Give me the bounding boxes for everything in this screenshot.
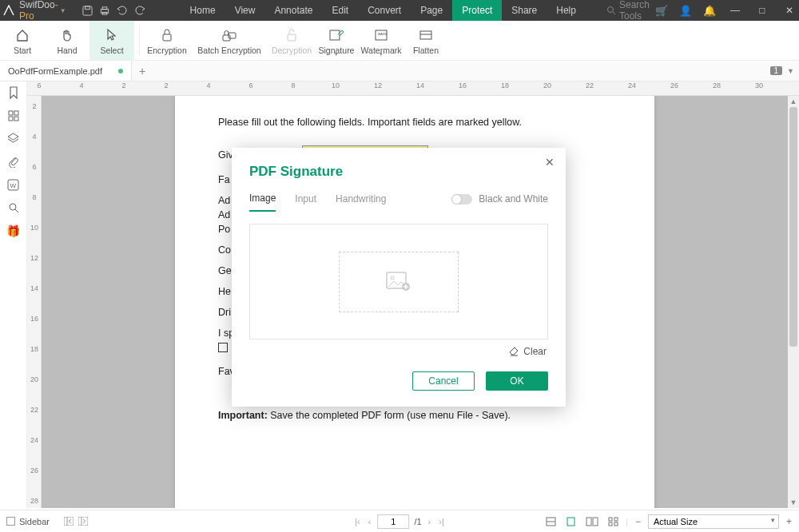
print-icon[interactable] (99, 6, 110, 16)
bell-icon[interactable]: 🔔 (698, 5, 721, 17)
menu-annotate[interactable]: Annotate (264, 0, 322, 21)
prev-page-button[interactable]: ‹ (367, 517, 373, 526)
tool-search[interactable]: Search Tools (606, 0, 650, 22)
scroll-thumb[interactable] (789, 107, 797, 347)
app-menu-chevron-icon[interactable]: ▼ (60, 7, 66, 14)
menu-convert[interactable]: Convert (358, 0, 411, 21)
undo-icon[interactable] (117, 6, 128, 15)
gift-icon[interactable]: 🎁 (6, 224, 20, 237)
svg-rect-3 (102, 6, 107, 9)
unsaved-indicator-icon (118, 69, 123, 73)
ribbon-start[interactable]: Start (0, 21, 45, 60)
svg-rect-1 (85, 6, 89, 9)
signature-canvas (249, 224, 548, 339)
window-maximize[interactable]: □ (749, 5, 776, 16)
tab-image[interactable]: Image (249, 186, 276, 212)
redo-icon[interactable] (134, 6, 145, 15)
ribbon-encryption-label: Encryption (147, 46, 187, 55)
form-intro-text: Please fill out the following fields. Im… (218, 117, 622, 128)
black-white-toggle[interactable] (451, 194, 472, 204)
ribbon-decryption[interactable]: Decryption (269, 21, 314, 60)
document-tab[interactable]: OoPdfFormExample.pdf (0, 61, 132, 81)
lock-icon (161, 26, 173, 44)
ribbon-decryption-label: Decryption (272, 46, 312, 55)
expand-right-icon[interactable] (78, 517, 88, 526)
zoom-out-button[interactable]: − (633, 516, 643, 527)
first-page-button[interactable]: |‹ (353, 517, 362, 526)
ribbon: Start Hand Select Encryption Batch Encry… (0, 21, 799, 61)
svg-rect-42 (614, 522, 618, 526)
zoom-in-button[interactable]: + (784, 516, 794, 527)
ribbon-flatten[interactable]: Flatten (403, 21, 448, 60)
hand-icon (60, 26, 74, 44)
ribbon-encryption[interactable]: Encryption (145, 21, 189, 60)
save-icon[interactable] (82, 6, 93, 16)
unlock-icon (285, 26, 298, 44)
batch-lock-icon (221, 26, 237, 44)
image-drop-zone[interactable] (339, 252, 459, 312)
attachments-icon[interactable] (8, 155, 19, 168)
ribbon-batch-encryption[interactable]: Batch Encryption (189, 21, 269, 60)
user-icon[interactable]: 👤 (674, 5, 698, 17)
last-page-button[interactable]: ›| (437, 517, 446, 526)
search-panel-icon[interactable] (8, 202, 19, 213)
flatten-icon (418, 26, 434, 44)
view-two-icon[interactable] (583, 517, 601, 526)
thumbnails-icon[interactable] (8, 110, 19, 121)
ribbon-watermark[interactable]: MARKWatermark▾ (359, 21, 403, 60)
zoom-select[interactable] (648, 514, 779, 529)
tab-handwriting[interactable]: Handwriting (336, 187, 386, 211)
scroll-up-button[interactable]: ▲ (788, 96, 799, 107)
view-continuous-icon[interactable] (543, 517, 559, 526)
next-page-button[interactable]: › (427, 517, 433, 526)
tab-chevron-down-icon[interactable]: ▼ (787, 67, 794, 75)
menu-edit[interactable]: Edit (322, 0, 358, 21)
svg-rect-16 (9, 111, 13, 115)
sidebar-checkbox[interactable] (6, 517, 15, 526)
svg-rect-17 (14, 111, 18, 115)
ribbon-hand-label: Hand (57, 46, 77, 55)
important-text: Save the completed PDF form (use menu Fi… (268, 410, 511, 421)
layers-icon[interactable] (7, 133, 19, 144)
menu-home[interactable]: Home (181, 0, 225, 21)
important-label: Important: (218, 410, 268, 421)
signature-icon (328, 26, 344, 44)
ribbon-divider (139, 26, 140, 55)
svg-rect-0 (83, 6, 92, 14)
svg-rect-39 (609, 518, 612, 521)
svg-point-22 (10, 204, 16, 210)
ribbon-hand[interactable]: Hand (45, 21, 89, 60)
menu-page[interactable]: Page (411, 0, 452, 21)
add-tab-button[interactable]: + (132, 61, 153, 81)
bookmarks-icon[interactable] (8, 86, 19, 99)
svg-rect-36 (567, 518, 574, 526)
menu-help[interactable]: Help (547, 0, 586, 21)
view-grid-icon[interactable] (606, 517, 621, 526)
page-number-input[interactable] (377, 514, 409, 529)
tab-input[interactable]: Input (295, 187, 316, 211)
svg-point-5 (607, 7, 613, 13)
chevron-down-icon: ▾ (335, 51, 338, 58)
ribbon-select[interactable]: Select (89, 21, 134, 60)
view-single-icon[interactable] (563, 517, 578, 526)
checkbox-language[interactable] (218, 343, 228, 352)
dialog-close-button[interactable]: ✕ (545, 156, 555, 169)
chevron-down-icon: ▾ (380, 51, 383, 58)
clear-button[interactable]: Clear (508, 346, 547, 357)
menu-view[interactable]: View (225, 0, 265, 21)
word-icon[interactable]: W (7, 179, 19, 191)
scroll-down-button[interactable]: ▼ (788, 497, 799, 508)
main-menu: Home View Annotate Edit Convert Page Pro… (181, 0, 586, 21)
sidebar-label: Sidebar (19, 517, 50, 526)
menu-protect[interactable]: Protect (452, 0, 502, 21)
ok-button[interactable]: OK (486, 371, 548, 391)
ribbon-signature[interactable]: Signature▾ (314, 21, 359, 60)
menu-share[interactable]: Share (502, 0, 547, 21)
window-close[interactable]: ✕ (776, 5, 799, 16)
cart-icon[interactable]: 🛒 (650, 5, 674, 17)
svg-rect-40 (614, 518, 618, 521)
collapse-left-icon[interactable] (64, 517, 74, 526)
cancel-button[interactable]: Cancel (412, 371, 475, 391)
window-minimize[interactable]: ― (721, 5, 749, 16)
vertical-scrollbar[interactable]: ▲ ▼ (788, 96, 799, 508)
